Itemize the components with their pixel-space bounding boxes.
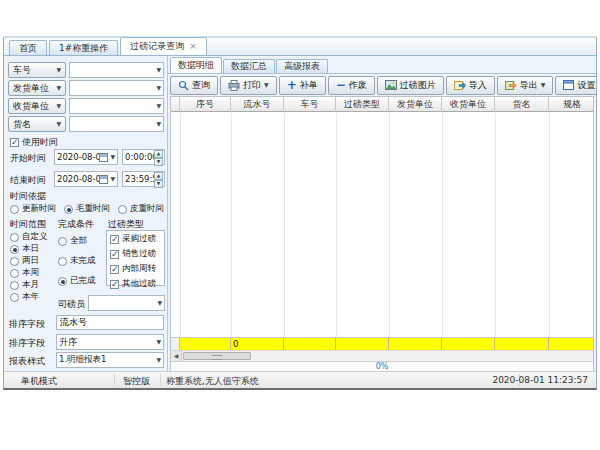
shipper-combo[interactable]: ▼	[69, 80, 164, 96]
report-style-combo[interactable]: 1.明细报表1▼	[56, 352, 164, 368]
checkbox-checked-icon	[110, 265, 119, 274]
column-grid-line	[442, 113, 443, 337]
import-button[interactable]: 导入	[446, 76, 495, 95]
field-selector-shipper[interactable]: 发货单位▼	[8, 80, 66, 96]
supplement-button[interactable]: + 补单	[279, 76, 326, 95]
weigh-photos-button[interactable]: 过磅图片	[377, 76, 444, 95]
radio-selected-icon	[10, 245, 19, 254]
grid-header: 序号 流水号 车号 过磅类型 发货单位 收货单位 货名 规格	[171, 97, 593, 112]
scroll-left-arrow-icon[interactable]: ◀	[171, 351, 182, 361]
import-label: 导入	[469, 79, 487, 92]
start-date-picker[interactable]: 2020-08-01 ▼	[54, 149, 118, 165]
import-icon	[454, 80, 466, 90]
time-range-label: 时间范围	[10, 218, 46, 231]
tab-data-summary[interactable]: 数据汇总	[223, 59, 275, 73]
summary-cell	[389, 337, 442, 350]
status-mode: 单机模式	[21, 375, 57, 388]
end-time-value: 23:59:59	[125, 174, 154, 184]
radio-this-year[interactable]: 本年	[10, 291, 39, 303]
app-window: 首页 1#称重操作 过磅记录查询× 车号▼ ▼ 发货单位▼ ▼ 收货单位▼ ▼ …	[3, 36, 597, 390]
chevron-down-icon: ▼	[156, 339, 161, 345]
settings-button[interactable]: 设置	[555, 76, 596, 95]
data-tab-bar: 数据明细 数据汇总 高级报表	[170, 57, 329, 73]
column-header[interactable]: 货名	[495, 97, 549, 112]
radio-this-week[interactable]: 本周	[10, 267, 39, 279]
column-header[interactable]: 序号	[180, 97, 231, 112]
sort-order-combo[interactable]: 升序▼	[56, 334, 164, 350]
tab-strip-border	[168, 73, 596, 74]
radio-icon	[10, 269, 19, 278]
receiver-combo[interactable]: ▼	[69, 98, 164, 114]
column-header[interactable]: 收货单位	[442, 97, 495, 112]
radio-label: 已完成	[70, 275, 96, 287]
column-header[interactable]: 车号	[284, 97, 336, 112]
weigher-combo[interactable]: ▼	[88, 295, 165, 311]
radio-selected-icon	[58, 277, 67, 286]
column-header[interactable]: 流水号	[231, 97, 284, 112]
use-time-checkbox[interactable]: 使用时间	[10, 136, 58, 149]
radio-tare-time[interactable]: 皮重时间	[118, 203, 164, 215]
column-header[interactable]: 过磅类型	[336, 97, 389, 112]
checkbox-purchase[interactable]: 采购过磅	[110, 233, 161, 245]
query-button[interactable]: 查询	[170, 76, 218, 95]
end-date-picker[interactable]: 2020-08-01 ▼	[54, 171, 118, 187]
checkbox-internal[interactable]: 内部周转	[110, 263, 161, 275]
radio-two-days[interactable]: 两日	[10, 255, 39, 267]
spinner-icon[interactable]: ▲▼	[154, 172, 163, 186]
void-label: 作废	[349, 79, 367, 92]
start-time-spinner[interactable]: 0:00:00 ▲▼	[122, 149, 165, 165]
filter-panel: 车号▼ ▼ 发货单位▼ ▼ 收货单位▼ ▼ 货名▼ ▼ 使用时间 开始时间 20…	[4, 56, 168, 371]
field-selector-goods[interactable]: 货名▼	[8, 116, 66, 132]
radio-custom[interactable]: 自定义	[10, 231, 48, 243]
sort-field-label: 排序字段	[9, 318, 45, 331]
checkbox-label: 其他过磅	[122, 278, 156, 290]
tab-advanced-report[interactable]: 高级报表	[276, 59, 328, 73]
void-button[interactable]: − 作废	[328, 76, 375, 95]
export-icon	[505, 80, 517, 90]
status-bar: 单机模式 智控版 称重系统,无人值守系统 2020-08-01 11:23:57	[4, 371, 596, 388]
column-header[interactable]: 规格	[549, 97, 594, 112]
spinner-icon[interactable]: ▲▼	[154, 150, 163, 164]
summary-cell	[336, 337, 389, 350]
chevron-down-icon: ▼	[156, 67, 161, 73]
print-button[interactable]: 打印 ▼	[220, 76, 277, 95]
tab-weighing-operation[interactable]: 1#称重操作	[49, 40, 118, 55]
horizontal-scrollbar[interactable]: ◀	[171, 350, 593, 361]
end-time-spinner[interactable]: 23:59:59 ▲▼	[122, 171, 165, 187]
checkbox-checked-icon	[10, 138, 19, 147]
export-button[interactable]: 导出 ▼	[497, 76, 554, 95]
radio-update-time[interactable]: 更新时间	[10, 203, 56, 215]
column-header[interactable]: 发货单位	[389, 97, 442, 112]
column-grid-line	[284, 113, 285, 337]
tab-data-detail[interactable]: 数据明细	[170, 57, 222, 73]
checkbox-other[interactable]: 其他过磅	[110, 278, 161, 290]
report-style-label: 报表样式	[9, 355, 45, 368]
end-time-label: 结束时间	[10, 174, 46, 187]
radio-today[interactable]: 本日	[10, 243, 39, 255]
vehicle-combo[interactable]: ▼	[69, 62, 164, 78]
checkbox-label: 内部周转	[122, 263, 156, 275]
sort-field-input[interactable]	[56, 315, 164, 330]
close-icon[interactable]: ×	[189, 41, 197, 51]
tab-home-label: 首页	[19, 43, 37, 53]
scrollbar-thumb[interactable]	[183, 352, 251, 360]
goods-combo[interactable]: ▼	[69, 116, 164, 132]
radio-unfinished[interactable]: 未完成	[58, 255, 96, 267]
radio-finished[interactable]: 已完成	[58, 275, 96, 287]
radio-gross-time[interactable]: 毛重时间	[64, 203, 110, 215]
radio-this-month[interactable]: 本月	[10, 279, 39, 291]
radio-all[interactable]: 全部	[58, 235, 87, 247]
start-date-value: 2020-08-01	[57, 152, 99, 162]
calendar-icon	[99, 175, 108, 184]
tab-home[interactable]: 首页	[9, 40, 47, 55]
field-selector-receiver[interactable]: 收货单位▼	[8, 98, 66, 114]
summary-cell	[180, 337, 231, 350]
checkbox-sale[interactable]: 销售过磅	[110, 248, 161, 260]
tab-record-query[interactable]: 过磅记录查询×	[120, 37, 207, 55]
chevron-down-icon: ▼	[541, 82, 546, 88]
field-selector-vehicle[interactable]: 车号▼	[8, 62, 66, 78]
chevron-down-icon: ▼	[156, 103, 161, 109]
status-divider	[114, 374, 115, 386]
column-grid-line	[231, 113, 232, 337]
grid-body[interactable]	[171, 113, 593, 337]
